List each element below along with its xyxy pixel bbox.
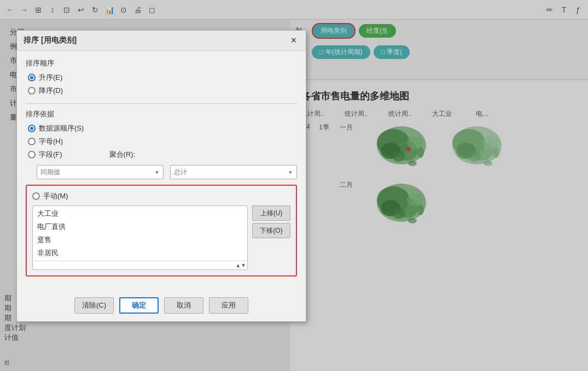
aggregate-label: 聚合(R): — [109, 150, 136, 160]
aggregate-dropdown-arrow: ▼ — [288, 169, 293, 175]
clear-button[interactable]: 清除(C) — [74, 297, 114, 314]
sort-dialog: 排序 [用电类别] × 排序顺序 升序(E) 降序(D) 排序依据 — [16, 30, 306, 322]
data-source-dot — [30, 127, 33, 130]
alpha-radio[interactable]: 字母(H) — [28, 137, 297, 146]
move-down-button[interactable]: 下移(O) — [252, 223, 290, 238]
field-circle — [28, 151, 36, 158]
move-buttons: 上移(U) 下移(O) — [252, 205, 290, 270]
aggregate-dropdown[interactable]: 总计 ▼ — [170, 165, 297, 179]
alpha-label: 字母(H) — [39, 137, 63, 146]
list-item-1[interactable]: 电厂直供 — [34, 220, 246, 233]
list-item-3[interactable]: 非居民 — [34, 246, 246, 260]
manual-label: 手动(M) — [43, 191, 68, 201]
dialog-footer: 清除(C) 确定 取消 应用 — [17, 292, 306, 321]
aggregate-dropdown-value: 总计 — [174, 168, 187, 177]
divider-1 — [26, 103, 297, 104]
asc-radio-circle — [28, 74, 36, 81]
sort-basis-group: 数据源顺序(S) 字母(H) 字段(F) 聚合(R): — [26, 123, 297, 160]
manual-list-container: 大工业 电厂直供 趸售 非居民 ▲ ▼ — [32, 205, 248, 270]
dialog-title: 排序 [用电类别] — [24, 36, 77, 45]
field-dropdown[interactable]: 同期值 ▼ — [37, 165, 164, 179]
data-source-circle — [28, 125, 36, 132]
manual-list-scroll[interactable]: 大工业 电厂直供 趸售 非居民 — [33, 206, 247, 261]
field-dropdown-arrow: ▼ — [154, 169, 160, 175]
field-label: 字段(F) — [39, 150, 62, 160]
data-source-label: 数据源顺序(S) — [39, 123, 84, 133]
asc-label: 升序(E) — [39, 73, 62, 83]
manual-list-area: 大工业 电厂直供 趸售 非居民 ▲ ▼ 上移(U) 下移(O) — [32, 205, 290, 270]
sort-basis-label: 排序依据 — [26, 109, 297, 119]
desc-radio-circle — [28, 87, 36, 95]
confirm-button[interactable]: 确定 — [119, 297, 159, 314]
list-scroll-controls: ▲ ▼ — [33, 261, 247, 269]
desc-label: 降序(D) — [39, 86, 63, 96]
move-up-button[interactable]: 上移(U) — [252, 205, 290, 221]
dialog-close-button[interactable]: × — [288, 35, 299, 46]
dialog-title-bar: 排序 [用电类别] × — [17, 31, 306, 51]
list-item-0[interactable]: 大工业 — [34, 207, 246, 220]
data-source-radio[interactable]: 数据源顺序(S) — [28, 123, 297, 133]
sort-order-label: 排序顺序 — [26, 58, 297, 68]
dialog-body: 排序顺序 升序(E) 降序(D) 排序依据 数据源顺序(S) — [17, 51, 306, 292]
asc-radio-dot — [30, 76, 33, 79]
cancel-button[interactable]: 取消 — [164, 297, 203, 314]
desc-radio[interactable]: 降序(D) — [28, 86, 297, 96]
sort-order-group: 升序(E) 降序(D) — [26, 73, 297, 96]
manual-circle — [32, 192, 40, 200]
manual-section: 手动(M) 大工业 电厂直供 趸售 非居民 ▲ ▼ — [26, 185, 297, 276]
manual-radio[interactable]: 手动(M) — [32, 191, 290, 201]
alpha-circle — [28, 138, 36, 145]
field-dropdown-row: 同期值 ▼ 总计 ▼ — [26, 165, 297, 179]
field-dropdown-value: 同期值 — [40, 168, 60, 177]
scroll-up-arrow[interactable]: ▲ — [235, 262, 241, 268]
field-radio[interactable]: 字段(F) 聚合(R): — [28, 150, 297, 160]
scroll-down-arrow[interactable]: ▼ — [241, 262, 246, 268]
asc-radio[interactable]: 升序(E) — [28, 73, 297, 83]
list-item-2[interactable]: 趸售 — [34, 233, 246, 246]
apply-button[interactable]: 应用 — [209, 297, 248, 314]
